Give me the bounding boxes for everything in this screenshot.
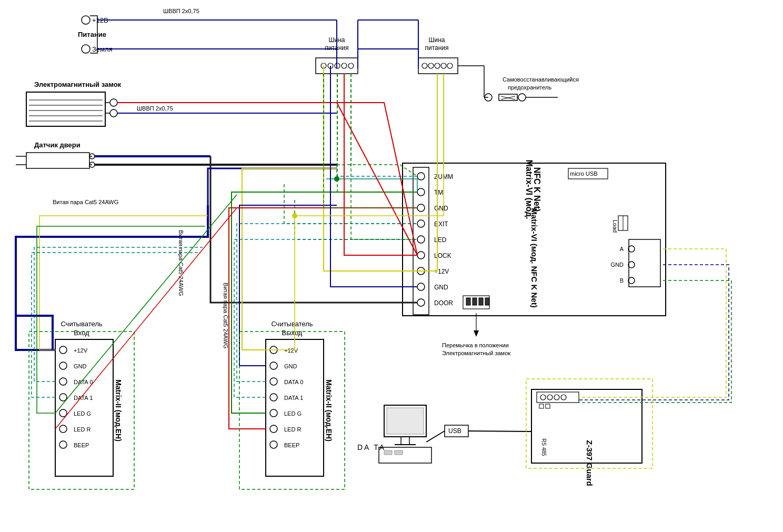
svg-point-76 <box>628 277 635 284</box>
term-led: LED <box>434 236 447 244</box>
svg-point-10 <box>342 63 347 68</box>
rs485-gnd: GND <box>611 262 624 268</box>
svg-point-114 <box>540 395 546 400</box>
svg-line-111 <box>468 431 531 431</box>
svg-point-37 <box>110 99 117 106</box>
svg-point-117 <box>561 395 566 400</box>
cable-label-top: ШВВП 2х0,75 <box>163 8 199 14</box>
svg-point-57 <box>417 173 425 180</box>
twisted-pair-top-label: Витая пара Cat5 24AWG <box>53 199 118 205</box>
data-label: DA TA <box>357 443 386 451</box>
svg-rect-69 <box>479 298 483 305</box>
ro-ledr: LED R <box>284 426 301 433</box>
svg-rect-43 <box>26 153 89 168</box>
svg-point-1 <box>82 45 90 53</box>
ri-ledr: LED R <box>74 426 91 433</box>
fuse-label1: Самовосстанавливающийся <box>503 76 579 83</box>
svg-rect-67 <box>466 298 470 305</box>
bus2-label: Шина <box>428 36 445 44</box>
svg-point-74 <box>628 246 635 252</box>
rs485-b: B <box>620 277 624 284</box>
svg-point-11 <box>348 63 354 68</box>
svg-point-98 <box>270 394 277 401</box>
svg-point-75 <box>628 262 635 268</box>
power-label: Питание <box>78 31 106 38</box>
svg-point-99 <box>270 409 277 417</box>
svg-point-116 <box>554 395 559 400</box>
door-sensor-label: Датчик двери <box>34 141 81 149</box>
svg-rect-119 <box>546 404 550 408</box>
ro-12v: +12V <box>284 347 298 354</box>
usb-label-computer: USB <box>448 427 461 435</box>
ri-12v: +12V <box>74 347 88 354</box>
svg-rect-94 <box>266 339 324 476</box>
term-gnd1: GND <box>434 205 448 212</box>
term-gnd2: GND <box>434 284 448 291</box>
svg-rect-106 <box>379 447 431 463</box>
svg-line-110 <box>426 431 445 442</box>
term-door: DOOR <box>434 299 453 307</box>
svg-point-92 <box>59 425 67 433</box>
svg-rect-118 <box>539 404 544 408</box>
term-lock: LOCK <box>434 252 451 259</box>
svg-point-88 <box>59 362 67 369</box>
reader-out-title2: Выход <box>282 329 303 337</box>
svg-marker-72 <box>474 330 479 337</box>
ri-beep: BEEP <box>74 442 89 448</box>
svg-point-38 <box>110 109 117 117</box>
svg-point-26 <box>518 94 526 101</box>
svg-point-61 <box>417 236 425 243</box>
svg-rect-68 <box>473 298 477 305</box>
svg-point-62 <box>417 252 425 259</box>
term-exit: EXIT <box>434 220 448 228</box>
ri-ledg: LED G <box>74 410 91 417</box>
cable-lock-label: ШВВП 2х0,75 <box>137 105 173 112</box>
twisted-pair-in-label: Витая пара Cat5 24AWG <box>178 230 184 296</box>
bus1-label2: питания <box>325 44 348 52</box>
reader-out-title1: Считыватель <box>271 320 313 328</box>
ro-gnd: GND <box>284 363 297 369</box>
svg-point-17 <box>447 63 453 68</box>
svg-point-101 <box>270 441 277 448</box>
rs485-a: A <box>620 246 624 252</box>
reader-in-title1: Считыватель <box>61 320 102 328</box>
svg-rect-103 <box>387 408 424 434</box>
jumper-label1: Перемычка в положении <box>442 342 509 348</box>
svg-rect-70 <box>485 298 489 305</box>
term-tm: TM <box>434 189 443 196</box>
bus2-label2: питания <box>425 44 448 52</box>
reader-in-model: Matrix-II (мод.ЕН) <box>114 379 123 441</box>
svg-point-58 <box>417 188 425 196</box>
reader-out-model: Matrix-II (мод.ЕН) <box>325 379 333 441</box>
ro-beep: BEEP <box>284 442 299 448</box>
microusb-label: micro USB <box>570 170 598 177</box>
svg-point-0 <box>82 16 90 24</box>
wiring-diagram: +12В Питание Земля ШВВП 2х0,75 Шина пита… <box>0 0 783 532</box>
controller-name: Matrix-VI (мод. NFC K Net) <box>530 208 539 307</box>
rs485-label-guard: RS 485 <box>541 438 547 456</box>
controller-label2: NFC K Net) <box>533 167 541 212</box>
bus1-label: Шина <box>328 36 345 44</box>
svg-rect-108 <box>395 450 403 455</box>
ro-data0: DATA 0 <box>284 379 303 385</box>
svg-point-15 <box>435 63 440 68</box>
ri-gnd: GND <box>74 363 87 369</box>
svg-point-78 <box>334 176 339 182</box>
svg-point-97 <box>270 378 277 385</box>
ro-data1: DATA 1 <box>284 395 303 401</box>
svg-point-96 <box>270 362 277 369</box>
svg-rect-12 <box>418 58 458 74</box>
svg-rect-56 <box>413 167 429 315</box>
svg-rect-86 <box>55 339 113 476</box>
svg-point-87 <box>59 346 67 354</box>
jumper-label2: Электромагнитный замок <box>442 350 510 356</box>
svg-rect-104 <box>401 437 409 445</box>
svg-point-89 <box>59 378 67 385</box>
svg-point-59 <box>417 204 425 212</box>
svg-point-93 <box>59 441 67 448</box>
em-lock-label: Электромагнитный замок <box>34 81 122 88</box>
svg-point-100 <box>270 425 277 433</box>
fuse-label2: предохранитель <box>508 84 551 91</box>
load-label: Load <box>612 220 618 233</box>
reader-in-title2: Вход <box>74 329 89 337</box>
